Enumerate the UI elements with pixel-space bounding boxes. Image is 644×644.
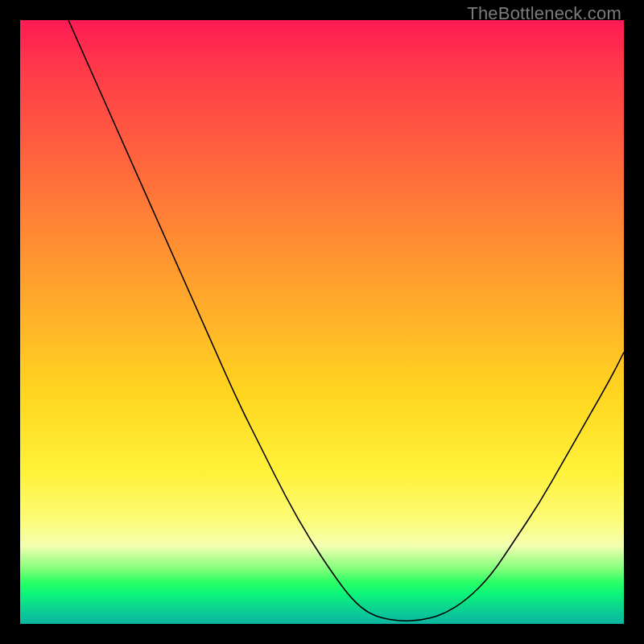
- marker-dots: [256, 449, 533, 621]
- marker-dot: [345, 589, 353, 598]
- marker-dot: [503, 541, 509, 551]
- plot-area: [20, 20, 624, 624]
- marker-dot: [286, 495, 291, 505]
- curve-layer: [20, 20, 624, 624]
- bottleneck-curve: [68, 20, 624, 621]
- chart-stage: TheBottleneck.com: [0, 0, 644, 644]
- marker-dot: [513, 522, 518, 532]
